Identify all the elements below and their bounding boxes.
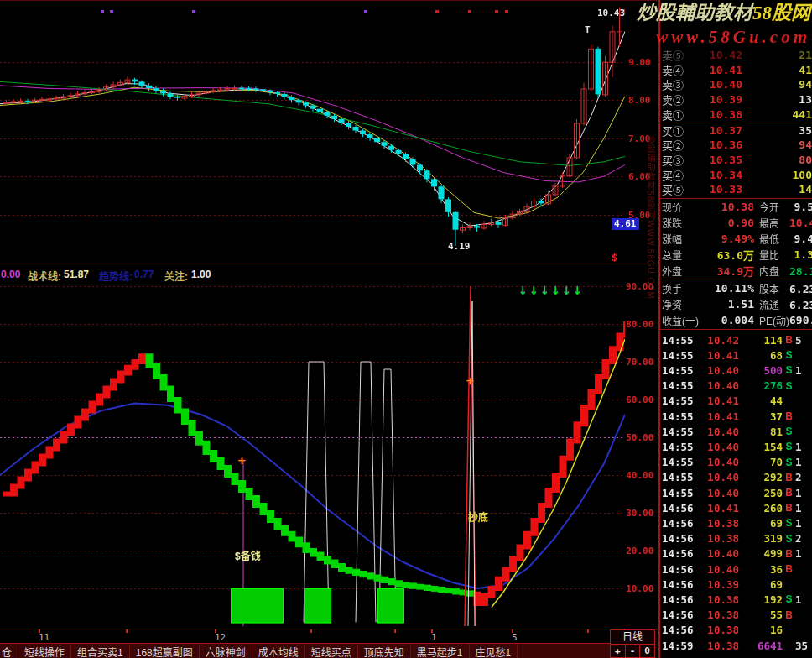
tactic-label: 战术线: [28, 269, 61, 283]
tick-volume: 192 [739, 593, 783, 606]
tick-price: 10.40 [695, 487, 739, 499]
tick-row[interactable]: 14:5610.38319S2 [660, 531, 812, 546]
tick-time: 14:55 [660, 379, 695, 392]
info-label: 今开 [754, 200, 789, 214]
indicator-tab[interactable]: 短线买点 [305, 644, 358, 658]
info-row: 净资1.51流通6.23亿 [660, 296, 812, 312]
tick-row[interactable]: 14:5610.3969 [660, 577, 812, 592]
tick-row[interactable]: 14:5510.4081S [660, 424, 812, 439]
tick-row[interactable]: 14:5510.42114B5 [660, 332, 812, 347]
tick-volume: 69 [739, 578, 783, 591]
tick-row[interactable]: 14:5510.4137B [660, 409, 812, 424]
tick-volume: 16 [739, 624, 783, 636]
tick-row[interactable]: 14:5610.40499B1 [660, 546, 812, 561]
book-price: 10.35 [694, 154, 742, 166]
book-level-label: 卖① [660, 107, 694, 123]
info-value: 6.23亿 [789, 280, 812, 296]
tick-row[interactable]: 14:5510.40250B1 [660, 485, 812, 500]
book-row[interactable]: 买②10.3694 [660, 138, 812, 153]
tick-direction-flag: S [783, 426, 795, 437]
tick-price: 10.40 [695, 456, 739, 468]
indicator-tab[interactable]: 168超赢副图 [130, 644, 200, 658]
tick-row[interactable]: 14:5510.40154S1 [660, 439, 812, 454]
chart-column: 9.008.007.006.005.00 4.61 10.43 T 4.19 $… [0, 0, 657, 658]
tick-row[interactable]: 14:5510.40500S1 [660, 363, 812, 378]
tick-time: 14:55 [660, 426, 695, 438]
info-label: 流通 [754, 297, 789, 311]
indicator-tab[interactable]: 成本均线 [252, 644, 305, 658]
watch-value: 1.00 [191, 269, 211, 280]
tick-time: 14:55 [660, 334, 695, 347]
tick-volume: 250 [739, 487, 783, 499]
zoom-in-button[interactable]: + [610, 645, 626, 658]
tick-row[interactable]: 14:5510.4070S1 [660, 455, 812, 470]
indicator-tab[interactable]: 庄见愁1 [470, 644, 518, 658]
tick-price: 10.38 [695, 532, 739, 545]
tick-ref: 1 [795, 517, 812, 530]
tick-price: 10.38 [695, 624, 739, 636]
tick-time: 14:56 [660, 502, 695, 514]
x-axis-tick [587, 629, 589, 633]
book-row[interactable]: 卖④10.4141 [660, 63, 812, 78]
indicator-tab[interactable]: 组合买卖1 [71, 644, 130, 658]
tick-ref: 1 [795, 456, 812, 468]
indicator-tab[interactable]: 黑马起步1 [411, 644, 470, 658]
tick-direction-flag: S [783, 441, 795, 452]
tick-ref: 1 [795, 593, 812, 606]
tick-row[interactable]: 14:5610.4036B [660, 561, 812, 577]
tick-row[interactable]: 14:5510.40276S [660, 379, 812, 394]
book-price: 10.39 [694, 93, 742, 106]
tick-ref: 1 [795, 364, 812, 377]
tick-price: 10.41 [695, 410, 739, 423]
info-value: 6.23亿 [789, 296, 812, 312]
trading-app-screen: 9.008.007.006.005.00 4.61 10.43 T 4.19 $… [0, 0, 812, 658]
info-row: 总量63.0万量比1.3 [660, 247, 812, 263]
indicator-tab[interactable]: 六脉神剑 [200, 644, 252, 658]
tick-row[interactable]: 14:5910.38664135 [660, 638, 812, 653]
tick-ref: 35 [795, 640, 812, 652]
tick-row[interactable]: 14:5610.3869S1 [660, 515, 812, 530]
indicator-axis-label: 30.00 [626, 508, 653, 519]
indicator-tab[interactable]: 顶底先知 [358, 644, 411, 658]
indicator-tab[interactable]: 短线操作 [18, 644, 71, 658]
book-row[interactable]: 买①10.3735 [660, 123, 812, 138]
tick-row[interactable]: 14:5610.3816 [660, 623, 812, 638]
tick-row[interactable]: 14:5510.40292B2 [660, 470, 812, 485]
book-row[interactable]: 买④10.34100 [660, 167, 812, 182]
tick-volume: 499 [739, 547, 783, 560]
tick-row[interactable]: 14:5510.4144 [660, 394, 812, 409]
book-row[interactable]: 卖③10.4094 [660, 77, 812, 92]
book-level-label: 卖⑤ [660, 47, 694, 63]
book-row[interactable]: 卖⑤10.4221 [660, 48, 812, 63]
tick-direction-flag: B [783, 472, 795, 483]
book-row[interactable]: 买⑤10.3314 [660, 182, 812, 197]
book-row[interactable]: 卖①10.38441 [660, 107, 812, 122]
tick-row[interactable]: 14:5510.4168S [660, 347, 812, 363]
period-selector[interactable]: 日线 [610, 629, 655, 645]
info-value: 1.3 [789, 248, 812, 261]
info-row: 涨跌0.90最高10.4 [660, 215, 812, 231]
tick-row[interactable]: 14:5610.3855B [660, 608, 812, 623]
indicator-chart[interactable] [0, 283, 625, 629]
tactic-value: 51.87 [64, 269, 89, 280]
tick-row[interactable]: 14:5610.41260B1 [660, 500, 812, 515]
tick-volume: 500 [739, 364, 783, 377]
zoom-reset-button[interactable]: 0 [640, 645, 655, 658]
book-row[interactable]: 买③10.3580 [660, 153, 812, 168]
book-volume: 41 [742, 64, 812, 76]
info-value: 10.38 [709, 201, 754, 213]
info-label: 最低 [754, 232, 789, 246]
zoom-out-button[interactable]: - [626, 645, 641, 658]
indicator-tab[interactable]: 仓 [0, 644, 18, 658]
info-label: PE(动) [754, 313, 789, 327]
cross-marker-2: + [466, 374, 475, 387]
tick-direction-flag: B [783, 609, 795, 621]
book-row[interactable]: 卖②10.3913 [660, 92, 812, 107]
book-volume: 14 [742, 183, 812, 196]
candlestick-chart[interactable] [0, 1, 625, 263]
tick-row[interactable]: 14:5610.38192S1 [660, 592, 812, 607]
info-label: 量比 [754, 248, 789, 262]
tick-volume: 276 [739, 379, 783, 392]
tick-time: 14:55 [660, 349, 695, 362]
tick-price: 10.40 [695, 364, 739, 377]
